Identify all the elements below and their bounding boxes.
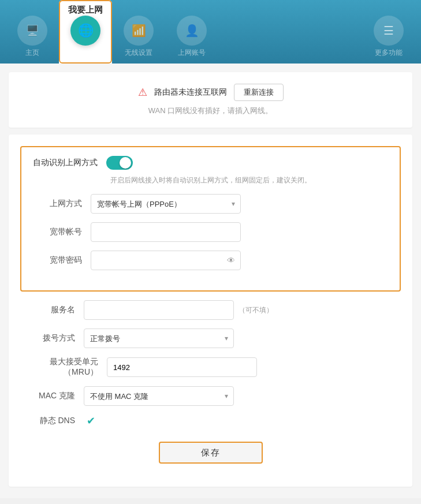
broadband-password-control: 👁 xyxy=(91,251,241,270)
nav-icon-more: ☰ xyxy=(374,16,404,46)
dial-mode-select[interactable]: 正常拨号 按需拨号 手动拨号 xyxy=(84,328,234,348)
mru-label: 最大接受单元（MRU） xyxy=(26,357,107,378)
nav-label-left1: 主页 xyxy=(25,48,39,58)
internet-type-select-wrapper: 宽带帐号上网（PPPoE） 自动获取IP（DHCP） 固定IP ▾ xyxy=(91,194,241,214)
broadband-password-row: 宽带密码 👁 xyxy=(33,251,388,270)
broadband-account-row: 宽带帐号 xyxy=(33,222,388,242)
nav-icon-left1: 🖥️ xyxy=(17,16,47,46)
static-dns-label: 静态 DNS xyxy=(26,416,84,426)
password-eye-icon[interactable]: 👁 xyxy=(227,256,235,265)
internet-type-select[interactable]: 宽带帐号上网（PPPoE） 自动获取IP（DHCP） 固定IP xyxy=(91,194,241,214)
nav-item-more[interactable]: ☰ 更多功能 xyxy=(362,16,415,64)
nav-item-account[interactable]: 👤 上网账号 xyxy=(165,16,218,64)
internet-type-row: 上网方式 宽带帐号上网（PPPoE） 自动获取IP（DHCP） 固定IP ▾ xyxy=(33,194,388,214)
reconnect-button[interactable]: 重新连接 xyxy=(234,84,284,101)
mac-clone-label: MAC 克隆 xyxy=(26,391,84,401)
nav-icon-wifi: 📶 xyxy=(124,16,154,46)
nav-items: 🖥️ 主页 我要上网 🌐 我要上网 📶 无线设置 👤 上网账号 ☰ 更多功能 xyxy=(0,0,421,64)
dial-mode-select-wrapper: 正常拨号 按需拨号 手动拨号 ▾ xyxy=(84,328,234,348)
service-name-control xyxy=(84,300,234,320)
service-name-input[interactable] xyxy=(84,300,234,320)
nav-item-wifi[interactable]: 📶 无线设置 xyxy=(112,16,165,64)
auto-detect-label: 自动识别上网方式 xyxy=(33,158,98,168)
auto-detect-toggle[interactable] xyxy=(106,156,133,170)
dial-mode-control: 正常拨号 按需拨号 手动拨号 ▾ xyxy=(84,328,234,348)
dial-mode-row: 拨号方式 正常拨号 按需拨号 手动拨号 ▾ xyxy=(26,328,395,348)
service-optional-hint: （可不填） xyxy=(239,305,273,315)
nav-icon-account: 👤 xyxy=(177,16,207,46)
auto-hint: 开启后网线接入时将自动识别上网方式，组网固定后，建议关闭。 xyxy=(33,176,388,185)
broadband-account-label: 宽带帐号 xyxy=(33,227,91,237)
service-name-label: 服务名 xyxy=(26,305,84,315)
broadband-account-control xyxy=(91,222,241,242)
internet-type-label: 上网方式 xyxy=(33,199,91,209)
dial-mode-label: 拨号方式 xyxy=(26,333,84,344)
main-content: ⚠ 路由器未连接互联网 重新连接 WAN 口网线没有插好，请插入网线。 自动识别… xyxy=(0,64,421,498)
nav-label-account: 上网账号 xyxy=(178,48,206,58)
auto-detect-row: 自动识别上网方式 xyxy=(33,156,388,170)
status-card: ⚠ 路由器未连接互联网 重新连接 WAN 口网线没有插好，请插入网线。 xyxy=(9,72,412,128)
footer: 191路由网 xyxy=(0,498,421,504)
save-button[interactable]: 保存 xyxy=(159,442,263,464)
top-nav: 🖥️ 主页 我要上网 🌐 我要上网 📶 无线设置 👤 上网账号 ☰ 更多功能 xyxy=(0,0,421,64)
error-icon: ⚠ xyxy=(138,86,147,99)
internet-type-control: 宽带帐号上网（PPPoE） 自动获取IP（DHCP） 固定IP ▾ xyxy=(91,194,241,214)
service-name-row: 服务名 （可不填） xyxy=(26,300,395,320)
save-area: 保存 xyxy=(20,442,401,464)
mru-input[interactable] xyxy=(107,357,257,377)
nav-icon-internet: 🌐 xyxy=(70,16,100,46)
nav-item-left1[interactable]: 🖥️ 主页 xyxy=(6,16,59,64)
static-dns-check-icon[interactable]: ✔ xyxy=(87,415,95,427)
auto-detect-section: 自动识别上网方式 开启后网线接入时将自动识别上网方式，组网固定后，建议关闭。 上… xyxy=(20,146,401,292)
status-text: 路由器未连接互联网 xyxy=(154,87,227,98)
broadband-password-input[interactable] xyxy=(91,251,241,270)
mru-row: 最大接受单元（MRU） xyxy=(26,357,395,378)
mac-clone-control: 不使用 MAC 克隆 使用 MAC 克隆 ▾ xyxy=(84,386,234,406)
mac-clone-select-wrapper: 不使用 MAC 克隆 使用 MAC 克隆 ▾ xyxy=(84,386,234,406)
mac-clone-select[interactable]: 不使用 MAC 克隆 使用 MAC 克隆 xyxy=(84,386,234,406)
broadband-account-input[interactable] xyxy=(91,222,241,242)
nav-item-internet[interactable]: 我要上网 🌐 我要上网 xyxy=(59,0,112,64)
toggle-thumb xyxy=(120,157,131,169)
broadband-password-label: 宽带密码 xyxy=(33,255,91,266)
static-dns-row: 静态 DNS ✔ xyxy=(26,415,395,427)
password-wrapper: 👁 xyxy=(91,251,241,270)
status-row: ⚠ 路由器未连接互联网 重新连接 xyxy=(26,84,395,101)
nav-label-wifi: 无线设置 xyxy=(125,48,152,58)
mac-clone-row: MAC 克隆 不使用 MAC 克隆 使用 MAC 克隆 ▾ xyxy=(26,386,395,406)
mru-control xyxy=(107,357,257,377)
nav-label-more: 更多功能 xyxy=(375,48,403,58)
form-card: 自动识别上网方式 开启后网线接入时将自动识别上网方式，组网固定后，建议关闭。 上… xyxy=(9,135,412,487)
active-nav-title: 我要上网 xyxy=(68,5,103,16)
outer-form: 服务名 （可不填） 拨号方式 正常拨号 按需拨号 手动拨号 ▾ xyxy=(20,300,401,427)
status-hint: WAN 口网线没有插好，请插入网线。 xyxy=(26,106,395,116)
